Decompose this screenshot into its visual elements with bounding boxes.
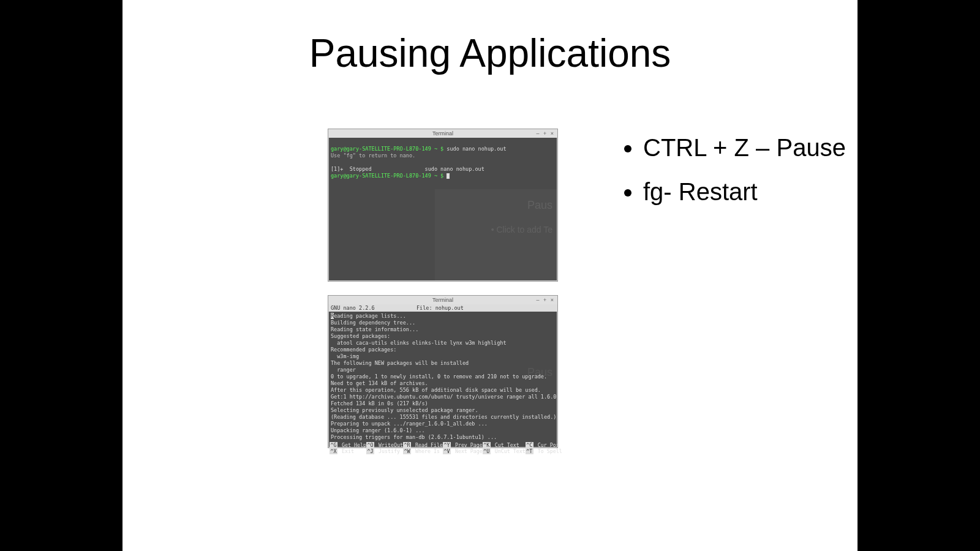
nano-shortcut: ^O WriteOut	[366, 442, 403, 448]
faint-background-text: Paus	[527, 202, 552, 209]
job-stopped-line: [1]+ Stopped sudo nano nohup.out	[331, 166, 484, 172]
terminal-titlebar: Terminal – + ×	[328, 296, 557, 304]
terminal-titlebar: Terminal – + ×	[328, 129, 557, 138]
faint-background-text: Paus	[527, 366, 552, 379]
shell-hint: Use "fg" to return to nano.	[331, 152, 415, 159]
nano-shortcut: ^W Where Is	[403, 448, 443, 454]
shell-prompt: gary@gary-SATELLITE-PRO-L870-149 ~ $	[331, 173, 447, 179]
nano-shortcut: ^C Cur Pos	[526, 442, 562, 448]
bullet-item: CTRL + Z – Pause	[643, 126, 907, 170]
window-controls: – + ×	[536, 296, 555, 304]
nano-shortcut: ^U UnCut Text	[483, 448, 526, 454]
terminal-title: Terminal	[432, 297, 453, 303]
shell-prompt: gary@gary-SATELLITE-PRO-L870-149 ~ $	[331, 146, 447, 152]
nano-header: GNU nano 2.2.6 File: nohup.out	[328, 304, 557, 312]
nano-footer: ^G Get Help^O WriteOut^R Read File^Y Pre…	[328, 442, 557, 455]
faint-background-text: • Click to add Te	[491, 227, 552, 233]
terminal-window-stopped: Terminal – + × gary@gary-SATELLITE-PRO-L…	[328, 129, 558, 282]
bullet-item: fg- Restart	[643, 170, 907, 214]
nano-shortcut: ^V Next Page	[443, 448, 483, 454]
nano-version: GNU nano 2.2.6	[331, 305, 404, 311]
nano-shortcut: ^T To Spell	[526, 448, 562, 454]
slide: Pausing Applications CTRL + Z – Pause fg…	[123, 0, 858, 551]
terminal-window-nano: Terminal – + × GNU nano 2.2.6 File: nohu…	[328, 295, 558, 448]
terminal-title: Terminal	[432, 130, 453, 137]
nano-shortcut: ^Y Prev Page	[443, 442, 483, 448]
window-controls: – + ×	[536, 129, 555, 138]
nano-shortcut: ^K Cut Text	[483, 442, 526, 448]
shell-command: sudo nano nohup.out	[447, 146, 506, 152]
nano-shortcut: ^X Exit	[330, 448, 366, 454]
slide-title: Pausing Applications	[123, 31, 858, 76]
bullet-list: CTRL + Z – Pause fg- Restart	[625, 126, 907, 214]
nano-shortcut: ^R Read File	[403, 442, 443, 448]
terminal-body: gary@gary-SATELLITE-PRO-L870-149 ~ $ sud…	[328, 138, 557, 281]
nano-shortcut: ^G Get Help	[330, 442, 366, 448]
presentation-stage: Pausing Applications CTRL + Z – Pause fg…	[0, 0, 980, 551]
nano-shortcut: ^J Justify	[366, 448, 403, 454]
nano-filename: File: nohup.out	[404, 305, 555, 311]
cursor-icon	[447, 173, 450, 179]
nano-body: Reading package lists... Building depend…	[328, 312, 557, 442]
